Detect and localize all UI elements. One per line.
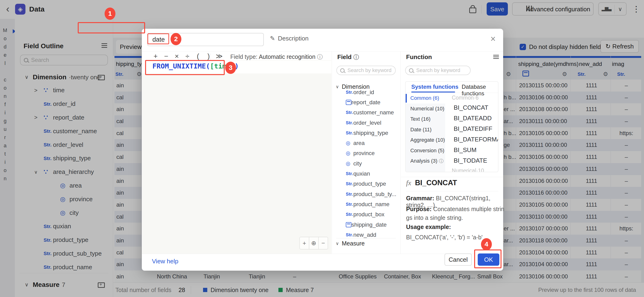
function-category-item[interactable]: Conversion (5) (406, 145, 445, 156)
app-window: ‹ ◈ Data Save Advanced configuration ▂▆▃… (0, 0, 644, 297)
annotation-box-ok-button (474, 250, 502, 268)
function-item[interactable]: BI_CONCAT (445, 102, 498, 113)
dialog-field-item[interactable]: customer_name (332, 108, 400, 118)
description-label: Description (278, 35, 308, 42)
dialog-field-item[interactable]: order_id (332, 87, 400, 97)
annotation-step-2: 2 (170, 33, 182, 45)
function-category-item[interactable]: Numerical (10) (406, 104, 445, 114)
field-type-icon (346, 130, 353, 136)
panel-divider (400, 51, 401, 254)
function-category-item[interactable]: Date (11) (406, 124, 445, 135)
category-label: Conversion (5) (410, 148, 444, 153)
annotation-step-3: 3 (225, 62, 236, 74)
field-label: order_id (353, 89, 374, 96)
field-type-row: Field type: Automatic recognition ⓘ (226, 53, 323, 61)
info-icon[interactable]: ⓘ (317, 54, 323, 60)
purpose-line: Purpose: Concatenates multiple strings i… (406, 205, 505, 222)
function-item[interactable]: BI_DATEFORMAT (445, 134, 498, 145)
function-search-input[interactable] (405, 66, 471, 75)
function-item[interactable]: BI_DATEADD (445, 113, 498, 124)
formula-editor[interactable]: FROM_UNIXTIME([time]) + ⊕ − (142, 60, 332, 254)
chevron-down-icon: ∨ (336, 241, 342, 246)
dialog-field-item[interactable]: product_sub_ty... (332, 189, 400, 199)
dialog-field-item[interactable]: shipping_type (332, 128, 400, 138)
dialog-field-item[interactable]: quxian (332, 169, 400, 179)
operator-button[interactable]: × (172, 52, 182, 60)
category-label: Date (11) (410, 127, 432, 132)
field-panel-title: Field ⓘ (337, 53, 359, 61)
field-label: new_add (353, 232, 376, 238)
field-label: order_level (353, 120, 381, 126)
zoom-out-button[interactable]: − (319, 237, 328, 249)
function-category-item[interactable]: Common (6) (406, 93, 445, 104)
tab-system-functions[interactable]: System functions (411, 83, 458, 90)
dialog-field-item[interactable]: product_name (332, 199, 400, 209)
fx-icon: fx (406, 179, 411, 187)
field-type-icon (346, 222, 352, 227)
info-icon: ⓘ (439, 158, 444, 164)
field-type-icon (346, 181, 353, 186)
field-type-icon (346, 100, 352, 105)
format-code-icon[interactable]: ≫ (216, 52, 222, 60)
function-category-item[interactable]: Text (16) (406, 114, 445, 124)
zoom-reset-button[interactable]: ⊕ (309, 237, 319, 249)
close-icon[interactable]: × (490, 34, 496, 44)
field-type-icon (346, 232, 353, 238)
field-search-field[interactable] (347, 67, 392, 74)
usage-example: BI_CONCAT('a', '-', 'b') = 'a-b' (406, 234, 483, 241)
field-label: shipping_type (353, 130, 388, 136)
divider (142, 51, 503, 51)
annotation-box-create-calculated-field (78, 22, 145, 33)
field-type-icon (346, 202, 353, 207)
dialog-field-item[interactable]: shipping_date (332, 220, 400, 230)
description-button[interactable]: ✎ Description (270, 35, 308, 42)
cancel-button[interactable]: Cancel (444, 254, 472, 266)
collapse-panel-icon[interactable] (493, 56, 499, 57)
zoom-in-button[interactable]: + (300, 237, 309, 249)
field-type-icon (346, 150, 353, 156)
dialog-field-item[interactable]: product_box (332, 210, 400, 220)
annotation-step-1: 1 (104, 7, 116, 20)
field-label: product_sub_ty... (353, 191, 396, 197)
usage-label: Usage example: (406, 224, 451, 230)
field-type-icon (346, 212, 353, 217)
function-item[interactable]: BI_TODATE (445, 155, 498, 166)
field-type-icon (346, 90, 353, 95)
dialog-field-item[interactable]: city (332, 158, 400, 169)
function-items: BI_CONCATBI_DATEADDBI_DATEDIFFBI_DATEFOR… (445, 102, 498, 166)
function-panel-title: Function (406, 53, 432, 61)
function-category-item[interactable]: Aggregate (10) (406, 135, 445, 145)
field-type-icon (346, 140, 353, 146)
field-label: province (353, 150, 375, 157)
dialog-field-list: order_id report_date customer_name order… (332, 87, 400, 240)
function-item[interactable]: BI_SUM (445, 145, 498, 155)
dialog-field-item[interactable]: province (332, 148, 400, 158)
operator-button[interactable]: ) (203, 52, 214, 60)
field-search-input[interactable] (336, 66, 396, 75)
function-search-field[interactable] (416, 67, 467, 74)
view-help-link[interactable]: View help (152, 256, 178, 267)
operator-button[interactable]: ( (193, 52, 203, 60)
operator-button[interactable]: − (161, 52, 172, 60)
function-browser-card: System functions Database functions Comm… (405, 81, 498, 172)
function-category-item[interactable]: Analysis (3)ⓘ (406, 156, 445, 166)
operator-toolbar: +−×÷() (150, 52, 214, 60)
function-item[interactable]: BI_DATEDIFF (445, 124, 498, 134)
field-type-icon (346, 110, 353, 115)
field-type-value: Automatic recognition (259, 53, 316, 60)
operator-button[interactable]: + (150, 52, 161, 60)
function-detail-name: BI_CONCAT (415, 179, 457, 187)
field-label: quxian (353, 170, 370, 177)
field-label: product_type (353, 181, 386, 187)
dialog-field-item[interactable]: order_level (332, 118, 400, 128)
dialog-field-item[interactable]: product_type (332, 179, 400, 189)
function-category-list: Common (6) Numerical (10) Text (16) Date… (406, 93, 445, 172)
field-label: area (353, 140, 365, 146)
field-label: product_box (353, 211, 384, 218)
editor-zoom-controls: + ⊕ − (300, 237, 328, 250)
dialog-measure-group[interactable]: ∨ Measure (336, 239, 365, 248)
dialog-field-item[interactable]: report_date (332, 97, 400, 107)
info-icon[interactable]: ⓘ (353, 54, 359, 60)
operator-button[interactable]: ÷ (182, 52, 193, 60)
dialog-field-item[interactable]: area (332, 138, 400, 148)
